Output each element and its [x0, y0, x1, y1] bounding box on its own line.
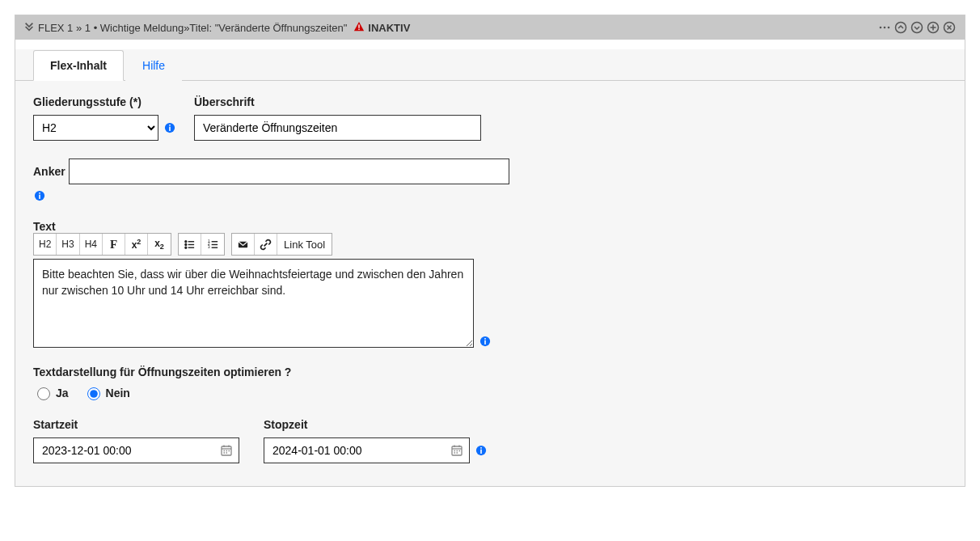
svg-point-3 [884, 27, 886, 29]
status-badge: INAKTIV [368, 22, 410, 34]
down-icon[interactable] [910, 20, 924, 35]
svg-rect-34 [484, 338, 486, 340]
svg-rect-17 [39, 195, 40, 199]
text-label: Text [33, 220, 56, 233]
svg-rect-14 [169, 127, 171, 131]
anker-input[interactable] [69, 158, 509, 184]
field-stopzeit: Stopzeit [264, 418, 488, 463]
svg-rect-0 [359, 24, 360, 27]
svg-point-21 [185, 243, 187, 245]
gliederungsstufe-select[interactable]: H2 [33, 115, 158, 141]
more-icon[interactable] [877, 20, 892, 35]
optimize-label: Textdarstellung für Öffnungszeiten optim… [33, 366, 291, 378]
breadcrumb: FLEX 1 » 1 • Wichtige Meldung»Titel: "Ve… [38, 22, 347, 34]
close-icon[interactable] [942, 20, 957, 35]
stopzeit-input[interactable] [264, 437, 470, 463]
optimize-yes-option[interactable]: Ja [33, 385, 69, 400]
text-editor[interactable]: Bitte beachten Sie, dass wir über die We… [33, 259, 474, 348]
toolbar-mail-button[interactable] [232, 234, 255, 255]
optimize-yes-radio[interactable] [37, 387, 50, 400]
toolbar-h4-button[interactable]: H4 [80, 234, 103, 255]
startzeit-input[interactable] [33, 437, 239, 463]
svg-point-4 [888, 27, 890, 29]
toolbar-subscript-button[interactable]: x2 [148, 234, 171, 255]
optimize-no-option[interactable]: Nein [83, 385, 130, 400]
svg-rect-54 [480, 450, 482, 454]
toolbar-bullet-list-button[interactable] [179, 234, 201, 255]
svg-point-2 [880, 27, 882, 29]
panel-header: FLEX 1 » 1 • Wichtige Meldung»Titel: "Ve… [15, 15, 965, 40]
svg-rect-18 [39, 192, 40, 194]
tab-hilfe[interactable]: Hilfe [125, 50, 182, 81]
svg-rect-55 [480, 447, 482, 449]
anker-label: Anker [33, 165, 65, 178]
stopzeit-label: Stopzeit [264, 418, 488, 431]
header-actions [877, 20, 957, 35]
svg-rect-33 [484, 340, 486, 344]
svg-rect-1 [359, 28, 360, 29]
toolbar-numbered-list-button[interactable]: 123 [201, 234, 224, 255]
field-text: Text H2 H3 H4 F x2 x2 [33, 220, 947, 348]
tabs: Flex-Inhalt Hilfe [15, 49, 965, 81]
text-content: Bitte beachten Sie, dass wir über die We… [42, 266, 465, 299]
add-icon[interactable] [926, 20, 940, 35]
editor-toolbar: H2 H3 H4 F x2 x2 123 [33, 233, 947, 256]
warning-icon [353, 21, 365, 35]
svg-point-19 [185, 240, 187, 242]
field-anker: Anker [33, 158, 947, 204]
startzeit-label: Startzeit [33, 418, 239, 431]
info-icon[interactable] [475, 444, 488, 457]
info-icon[interactable] [33, 189, 46, 202]
gliederungsstufe-label: Gliederungsstufe (*) [33, 95, 176, 108]
form-area: Gliederungsstufe (*) H2 Überschrift [15, 81, 965, 486]
svg-point-6 [912, 23, 923, 33]
panel-body: Flex-Inhalt Hilfe Gliederungsstufe (*) H… [15, 49, 965, 486]
toolbar-link-button[interactable] [255, 234, 277, 255]
svg-point-23 [185, 247, 187, 248]
field-startzeit: Startzeit [33, 418, 239, 463]
tab-flex-inhalt[interactable]: Flex-Inhalt [33, 50, 124, 81]
toolbar-bold-button[interactable]: F [103, 234, 125, 255]
calendar-icon[interactable] [450, 444, 463, 457]
toolbar-superscript-button[interactable]: x2 [125, 234, 148, 255]
toolbar-linktool-button[interactable]: Link Tool [277, 234, 332, 255]
svg-rect-15 [169, 125, 171, 126]
optimize-no-label: Nein [106, 387, 130, 399]
field-optimize: Textdarstellung für Öffnungszeiten optim… [33, 366, 947, 400]
toolbar-h2-button[interactable]: H2 [34, 234, 57, 255]
field-ueberschrift: Überschrift [194, 95, 481, 141]
calendar-icon[interactable] [220, 444, 233, 457]
svg-text:3: 3 [207, 245, 209, 249]
field-gliederungsstufe: Gliederungsstufe (*) H2 [33, 95, 176, 141]
info-icon[interactable] [163, 121, 176, 134]
optimize-no-radio[interactable] [87, 387, 100, 400]
toolbar-h3-button[interactable]: H3 [57, 234, 79, 255]
optimize-yes-label: Ja [56, 387, 69, 399]
ueberschrift-label: Überschrift [194, 95, 481, 108]
up-icon[interactable] [893, 20, 908, 35]
collapse-toggle-icon[interactable] [23, 21, 35, 35]
info-icon[interactable] [479, 335, 492, 348]
flex-panel: FLEX 1 » 1 • Wichtige Meldung»Titel: "Ve… [15, 15, 965, 487]
svg-point-5 [896, 23, 906, 33]
ueberschrift-input[interactable] [194, 115, 481, 141]
